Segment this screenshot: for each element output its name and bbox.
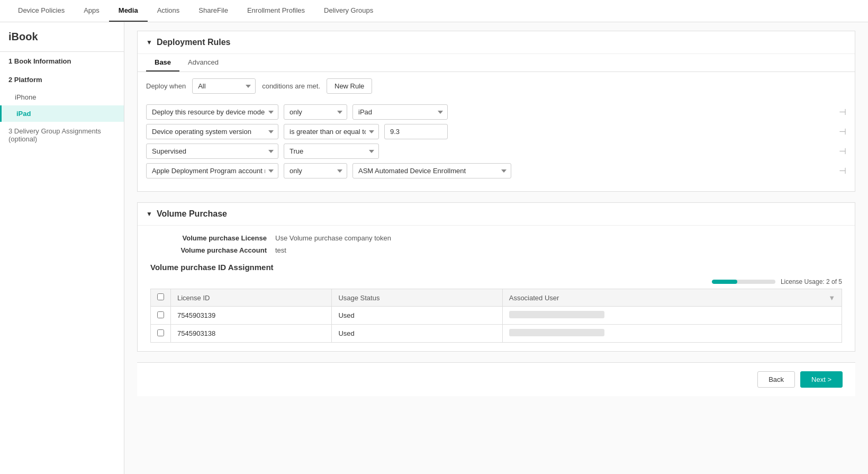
nav-delivery-groups[interactable]: Delivery Groups (314, 0, 383, 22)
rule2-value-input[interactable]: 9.3 (384, 124, 448, 139)
volume-purchase-content: Volume purchase License Use Volume purch… (138, 226, 855, 351)
row2-usage-status: Used (332, 325, 502, 343)
row2-license-id: 7545903138 (171, 325, 332, 343)
deployment-rules-tabs: Base Advanced (138, 54, 855, 72)
deploy-when-row: Deploy when All conditions are met. New … (138, 72, 855, 100)
col-license-id: License ID (171, 289, 332, 307)
rule4-operator-select[interactable]: only (284, 163, 347, 178)
vp-license-value: Use Volume purchase company token (275, 234, 391, 242)
vp-account-value: test (275, 246, 286, 254)
row1-checkbox[interactable] (157, 311, 164, 318)
row2-associated-user (502, 325, 842, 343)
usage-bar-fill (712, 280, 737, 284)
table-row: 7545903138 Used (151, 325, 842, 343)
conditions-text: conditions are met. (262, 82, 320, 90)
vp-license-label: Volume purchase License (150, 234, 267, 242)
license-usage-row: License Usage: 2 of 5 (150, 278, 842, 285)
table-header-checkbox (151, 289, 171, 307)
collapse-arrow-icon[interactable]: ▼ (146, 39, 152, 46)
deploy-when-select[interactable]: All (192, 78, 256, 94)
sidebar-title: iBook (0, 31, 124, 52)
deploy-when-label: Deploy when (146, 82, 186, 90)
nav-media[interactable]: Media (109, 0, 148, 22)
rule3-delete-icon[interactable]: ⊣ (839, 146, 846, 156)
rules-area: Deploy this resource by device model onl… (138, 100, 855, 191)
row2-checkbox-cell (151, 325, 171, 343)
nav-device-policies[interactable]: Device Policies (8, 0, 74, 22)
volume-purchase-section: ▼ Volume Purchase Volume purchase Licens… (137, 202, 855, 352)
sidebar-item-book-information[interactable]: 1 Book Information (0, 52, 124, 70)
rule2-condition-select[interactable]: Device operating system version (146, 124, 278, 139)
vp-collapse-arrow-icon[interactable]: ▼ (146, 210, 152, 218)
rule1-operator-select[interactable]: only (284, 104, 347, 120)
footer: Back Next > (137, 362, 855, 396)
tab-advanced[interactable]: Advanced (179, 54, 227, 71)
nav-actions[interactable]: Actions (148, 0, 189, 22)
nav-apps[interactable]: Apps (74, 0, 109, 22)
main-content: ▼ Deployment Rules Base Advanced Deploy … (124, 22, 868, 474)
deployment-rules-section: ▼ Deployment Rules Base Advanced Deploy … (137, 31, 855, 192)
table-row: 7545903139 Used (151, 307, 842, 325)
license-table: License ID Usage Status Associated User … (150, 289, 842, 343)
rule1-condition-select[interactable]: Deploy this resource by device model (146, 104, 278, 120)
row2-checkbox[interactable] (157, 329, 164, 336)
rule3-operator-select[interactable]: True (284, 144, 379, 159)
sidebar-item-iphone[interactable]: iPhone (0, 89, 124, 105)
nav-sharefile[interactable]: ShareFile (189, 0, 238, 22)
usage-bar-container (712, 280, 775, 284)
sort-icon[interactable]: ▼ (828, 294, 835, 302)
row1-license-id: 7545903139 (171, 307, 332, 325)
nav-enrollment-profiles[interactable]: Enrollment Profiles (238, 0, 314, 22)
sidebar-item-platform[interactable]: 2 Platform (0, 70, 124, 89)
vp-account-label: Volume purchase Account (150, 246, 267, 254)
row2-user-blurred (509, 329, 604, 336)
rule1-value-select[interactable]: iPad (352, 104, 448, 120)
rule-row-3: Supervised True ⊣ (146, 144, 846, 159)
vp-account-row: Volume purchase Account test (150, 246, 842, 254)
rule2-delete-icon[interactable]: ⊣ (839, 127, 846, 137)
usage-text: License Usage: 2 of 5 (781, 278, 842, 285)
top-nav: Device Policies Apps Media Actions Share… (0, 0, 868, 22)
sidebar-item-ipad[interactable]: iPad (0, 105, 124, 122)
rule1-delete-icon[interactable]: ⊣ (839, 107, 846, 117)
next-button[interactable]: Next > (800, 371, 843, 388)
back-button[interactable]: Back (757, 371, 795, 388)
col-usage-status: Usage Status (332, 289, 502, 307)
row1-checkbox-cell (151, 307, 171, 325)
rule3-condition-select[interactable]: Supervised (146, 144, 278, 159)
rule4-condition-select[interactable]: Apple Deployment Program account name (146, 163, 278, 178)
rule2-operator-select[interactable]: is greater than or equal to (284, 124, 379, 139)
tab-base[interactable]: Base (146, 54, 179, 71)
rule-row-2: Device operating system version is great… (146, 124, 846, 139)
rule-row-1: Deploy this resource by device model onl… (146, 104, 846, 120)
rule-row-4: Apple Deployment Program account name on… (146, 163, 846, 178)
select-all-checkbox[interactable] (157, 293, 164, 300)
rule4-delete-icon[interactable]: ⊣ (839, 166, 846, 176)
rule4-value-select[interactable]: ASM Automated Device Enrollment (352, 163, 511, 178)
row1-user-blurred (509, 311, 604, 318)
row1-associated-user (502, 307, 842, 325)
layout: iBook 1 Book Information 2 Platform iPho… (0, 22, 868, 474)
col-associated-user: Associated User ▼ (502, 289, 842, 307)
sidebar-item-delivery-groups[interactable]: 3 Delivery Group Assignments (optional) (0, 122, 124, 148)
deployment-rules-title: Deployment Rules (157, 38, 231, 47)
sidebar: iBook 1 Book Information 2 Platform iPho… (0, 22, 124, 474)
volume-purchase-title: Volume Purchase (157, 209, 227, 219)
new-rule-button[interactable]: New Rule (327, 78, 372, 94)
deployment-rules-header: ▼ Deployment Rules (138, 31, 855, 54)
volume-purchase-header: ▼ Volume Purchase (138, 203, 855, 226)
vp-license-row: Volume purchase License Use Volume purch… (150, 234, 842, 242)
row1-usage-status: Used (332, 307, 502, 325)
vp-id-assignment-title: Volume purchase ID Assignment (150, 263, 842, 272)
